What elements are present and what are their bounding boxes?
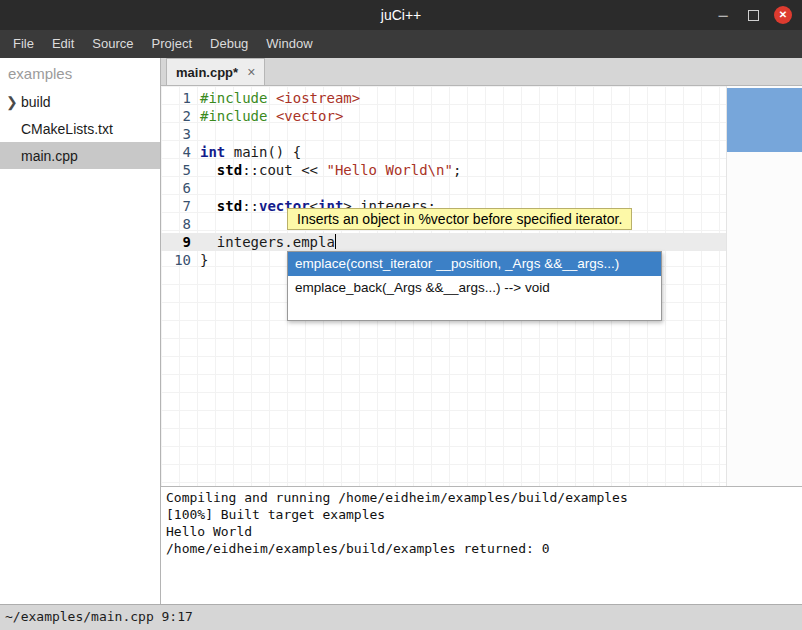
menu-item-edit[interactable]: Edit <box>43 30 83 58</box>
restore-button[interactable] <box>738 0 768 30</box>
code-text: int main() { <box>200 143 726 161</box>
code-line-3: 3 <box>161 125 726 143</box>
minimize-button[interactable]: ─ <box>708 0 738 30</box>
line-number: 10 <box>161 251 200 269</box>
terminal-line-2: Hello World <box>166 523 797 540</box>
minimize-icon: ─ <box>718 9 727 22</box>
title-bar: juCi++ ─ ✕ <box>0 0 802 30</box>
window-title: juCi++ <box>0 0 802 30</box>
code-text: integers.empla <box>200 233 726 251</box>
terminal-line-0: Compiling and running /home/eidheim/exam… <box>166 489 797 506</box>
restore-icon <box>748 10 759 21</box>
menu-item-source[interactable]: Source <box>83 30 142 58</box>
completion-item-0[interactable]: emplace(const_iterator __position, _Args… <box>288 252 661 276</box>
code-text: #include <iostream> <box>200 89 726 107</box>
terminal-line-3: /home/eidheim/examples/build/examples re… <box>166 540 797 557</box>
sidebar: examples ❯buildCMakeLists.txtmain.cpp <box>0 58 161 604</box>
tab-main-cpp[interactable]: main.cpp*× <box>166 58 265 85</box>
project-name: examples <box>0 58 160 88</box>
code-line-2: 2#include <vector> <box>161 107 726 125</box>
completion-item-1[interactable]: emplace_back(_Args &&__args...) --> void <box>288 276 661 300</box>
code-line-1: 1#include <iostream> <box>161 89 726 107</box>
tree-item-main-cpp[interactable]: main.cpp <box>0 142 160 169</box>
tab-bar: main.cpp*× <box>161 58 802 86</box>
window-controls: ─ ✕ <box>708 0 798 30</box>
line-number: 7 <box>161 197 200 215</box>
code-text <box>200 125 726 143</box>
menu-item-window[interactable]: Window <box>257 30 321 58</box>
chevron-right-icon[interactable]: ❯ <box>6 94 21 110</box>
code-text: std::cout << "Hello World\n"; <box>200 161 726 179</box>
status-path: ~/examples/main.cpp 9:17 <box>5 609 193 624</box>
map-slider[interactable] <box>727 88 802 152</box>
line-number: 3 <box>161 125 200 143</box>
menu-bar: FileEditSourceProjectDebugWindow <box>0 30 802 58</box>
doc-tooltip: Inserts an object in %vector before spec… <box>287 208 632 230</box>
line-number: 4 <box>161 143 200 161</box>
app-window: juCi++ ─ ✕ FileEditSourceProjectDebugWin… <box>0 0 802 630</box>
overview-map <box>726 86 802 486</box>
code-text <box>200 179 726 197</box>
file-name: main.cpp <box>21 148 78 164</box>
line-number: 6 <box>161 179 200 197</box>
completion-popup: emplace(const_iterator __position, _Args… <box>287 251 662 321</box>
close-icon: ✕ <box>774 6 792 24</box>
file-tree: ❯buildCMakeLists.txtmain.cpp <box>0 88 160 169</box>
file-name: CMakeLists.txt <box>21 121 113 137</box>
code-line-5: 5 std::cout << "Hello World\n"; <box>161 161 726 179</box>
close-button[interactable]: ✕ <box>768 0 798 30</box>
menu-item-debug[interactable]: Debug <box>201 30 257 58</box>
line-number: 2 <box>161 107 200 125</box>
tab-label: main.cpp* <box>176 65 238 80</box>
code-text: #include <vector> <box>200 107 726 125</box>
file-name: build <box>21 94 51 110</box>
line-number: 9 <box>161 233 200 251</box>
line-number: 8 <box>161 215 200 233</box>
status-bar: ~/examples/main.cpp 9:17 <box>0 604 802 630</box>
terminal-line-1: [100%] Built target examples <box>166 506 797 523</box>
menu-item-file[interactable]: File <box>4 30 43 58</box>
line-number: 1 <box>161 89 200 107</box>
line-number: 5 <box>161 161 200 179</box>
menu-item-project[interactable]: Project <box>143 30 201 58</box>
code-line-6: 6 <box>161 179 726 197</box>
terminal-output[interactable]: Compiling and running /home/eidheim/exam… <box>161 486 802 604</box>
tree-item-build[interactable]: ❯build <box>0 88 160 115</box>
code-line-9: 9 integers.empla <box>161 233 726 251</box>
tab-close-icon[interactable]: × <box>247 64 255 80</box>
tree-item-cmakelists-txt[interactable]: CMakeLists.txt <box>0 115 160 142</box>
code-line-4: 4int main() { <box>161 143 726 161</box>
text-cursor <box>335 234 337 249</box>
